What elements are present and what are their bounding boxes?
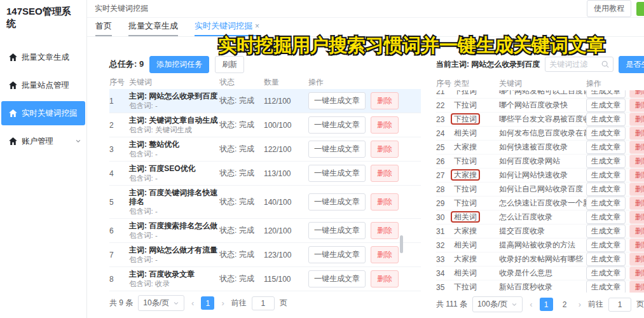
prev-page-arrow[interactable]: ‹ [189,298,196,308]
table-row[interactable]: 6主词: 百度搜索排名怎么做包含词: -状态: 完成120/100一键生成文章删… [109,219,421,243]
table-row[interactable]: 5主词: 百度关键词排名快速排名包含词: -状态: 完成140/100一键生成文… [109,186,421,219]
sidebar-item[interactable]: 实时关键词挖掘 [1,101,85,125]
delete-button[interactable]: 删除 [629,127,644,140]
main-word: 主词: 网站怎么做才有流量 [129,245,219,254]
count-label: 100/100 [264,121,308,130]
generate-article-button[interactable]: 生成文章 [586,225,626,238]
generate-article-button[interactable]: 一键生成文章 [308,92,366,109]
generate-article-button[interactable]: 生成文章 [586,266,626,280]
help-button[interactable]: 使用教程 [587,0,631,17]
row-actions: 生成文章删除 [586,113,644,126]
page-number[interactable]: 2 [558,298,572,311]
generate-article-button[interactable]: 生成文章 [586,197,626,210]
contain-word: 包含词: - [129,102,219,110]
main-word: 主词: 百度收录文章 [129,270,219,279]
keyword-filter-input[interactable] [549,60,601,69]
delete-button[interactable]: 删除 [629,197,644,210]
task-panel-header: 总任务: 9 添加挖词任务 刷新 [109,56,421,73]
generate-article-button[interactable]: 生成文章 [586,90,626,98]
scrollbar-thumb[interactable] [400,235,403,253]
per-page-select[interactable]: 100条/页 [472,296,523,312]
generate-article-button[interactable]: 一键生成文章 [308,270,366,287]
goto-page-input[interactable] [608,298,631,312]
next-page-arrow[interactable]: › [577,300,583,309]
generate-article-button[interactable]: 生成文章 [586,169,626,182]
generate-article-button[interactable]: 一键生成文章 [308,222,366,239]
generate-article-button[interactable]: 生成文章 [586,280,626,293]
delete-button[interactable]: 删除 [629,252,644,266]
delete-button[interactable]: 删除 [629,141,644,154]
goto-page-input[interactable] [252,296,275,310]
generate-article-button[interactable]: 生成文章 [586,99,626,112]
generate-article-button[interactable]: 生成文章 [586,183,626,196]
page-number[interactable]: 1 [201,296,214,310]
delete-button[interactable]: 删除 [371,222,399,239]
row-actions: 一键生成文章删除 [308,222,421,239]
table-row[interactable]: 7主词: 网站怎么做才有流量包含词: -状态: 完成123/100一键生成文章删… [109,243,421,267]
type-cell: 相关词 [454,212,499,223]
delete-button[interactable]: 删除 [629,183,644,196]
add-task-button[interactable]: 添加挖词任务 [149,56,209,73]
generate-all-button[interactable]: 是否生成文章 [619,56,644,73]
generate-article-button[interactable]: 一键生成文章 [308,116,366,134]
delete-button[interactable]: 删除 [629,225,644,238]
green-button-partial[interactable] [636,2,644,16]
delete-button[interactable]: 删除 [629,155,644,168]
delete-button[interactable]: 删除 [629,90,644,98]
keyword-table-body: 21下拉词哪个网站发帖可以上百度首页生成文章删除22下拉词哪个网站百度收录快生成… [436,90,644,293]
generate-article-button[interactable]: 生成文章 [586,141,626,154]
table-row[interactable]: 1主词: 网站怎么收录到百度包含词: -状态: 完成112/100一键生成文章删… [109,89,421,113]
table-row: 31大家搜提交百度收录生成文章删除 [436,225,644,238]
delete-button[interactable]: 删除 [629,211,644,224]
generate-article-button[interactable]: 一键生成文章 [308,246,366,263]
delete-button[interactable]: 删除 [629,99,644,112]
delete-button[interactable]: 删除 [371,246,399,263]
task-table-header: 序号关键词状态数量操作 [109,75,421,89]
next-page-arrow[interactable]: › [219,298,226,308]
delete-button[interactable]: 删除 [629,266,644,280]
generate-article-button[interactable]: 生成文章 [586,113,626,126]
tab-item[interactable]: 实时关键词挖掘× [195,20,259,36]
generate-article-button[interactable]: 一键生成文章 [308,141,366,158]
generate-article-button[interactable]: 生成文章 [586,155,626,168]
sidebar-item[interactable]: 账户管理 [1,129,85,153]
type-cell: 相关词 [454,128,499,139]
generate-article-button[interactable]: 生成文章 [586,252,626,266]
sidebar-item-label: 账户管理 [22,136,71,147]
tab-item[interactable]: 首页 [95,20,112,36]
delete-button[interactable]: 删除 [371,116,399,134]
main-word: 主词: 整站优化 [129,140,219,149]
tab-item[interactable]: 批量文章生成 [128,20,178,36]
generate-article-button[interactable]: 生成文章 [586,127,626,140]
refresh-button[interactable]: 刷新 [215,56,244,73]
delete-button[interactable]: 删除 [371,193,399,211]
table-row[interactable]: 4主词: 百度SEO优化包含词: -状态: 完成113/100一键生成文章删除 [109,162,421,186]
sidebar-item[interactable]: 批量站点管理 [1,73,85,97]
total-tasks-label: 总任务: 9 [109,59,144,70]
delete-button[interactable]: 删除 [629,238,644,252]
page-number[interactable]: 1 [540,298,553,311]
delete-button[interactable]: 删除 [371,270,399,287]
delete-button[interactable]: 删除 [371,141,399,158]
delete-button[interactable]: 删除 [629,113,644,126]
table-row[interactable]: 2主词: 关键词文章自动生成包含词: 关键词生成状态: 完成100/100一键生… [109,113,421,137]
table-row[interactable]: 3主词: 整站优化包含词: -状态: 完成122/100一键生成文章删除 [109,137,421,162]
main-area: 实时关键词挖掘 使用教程 首页批量文章生成实时关键词挖掘× 实时挖掘用户搜索习惯… [87,0,644,318]
per-page-select[interactable]: 10条/页 [138,295,184,311]
row-index: 24 [436,129,454,138]
table-row[interactable]: 8主词: 百度收录文章包含词: 收录状态: 完成115/100一键生成文章删除 [109,267,421,291]
delete-button[interactable]: 删除 [629,169,644,182]
delete-button[interactable]: 删除 [371,165,399,182]
generate-article-button[interactable]: 生成文章 [586,238,626,252]
delete-button[interactable]: 删除 [371,92,399,109]
generate-article-button[interactable]: 生成文章 [586,211,626,224]
generate-article-button[interactable]: 一键生成文章 [308,193,366,211]
generate-article-button[interactable]: 一键生成文章 [308,165,366,182]
delete-button[interactable]: 删除 [629,280,644,293]
type-cell: 下拉词 [454,184,499,195]
home-icon [9,109,17,117]
tab-close-icon[interactable]: × [255,22,259,31]
sidebar-item[interactable]: 批量文章生成 [1,45,85,69]
count-label: 113/100 [264,169,308,178]
prev-page-arrow[interactable]: ‹ [528,300,534,309]
